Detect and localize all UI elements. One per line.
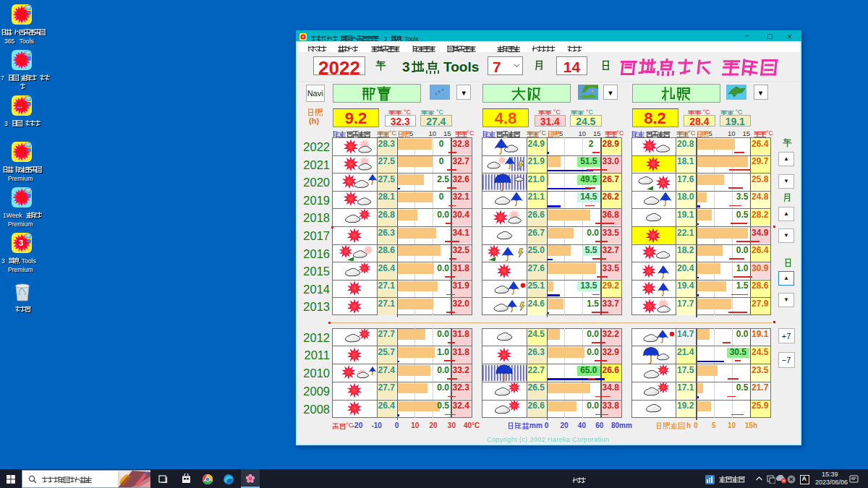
svg-text:365: 365 xyxy=(4,37,15,44)
svg-text:Tools: Tools xyxy=(19,37,33,44)
svg-text:...: ... xyxy=(17,103,22,109)
svg-text:3: 3 xyxy=(1,257,5,265)
svg-text:Premium: Premium xyxy=(8,220,33,227)
svg-text:Premium: Premium xyxy=(8,174,33,181)
svg-text:7: 7 xyxy=(1,74,4,82)
svg-text:3: 3 xyxy=(19,239,23,247)
svg-text:Premium: Premium xyxy=(8,265,33,273)
svg-text:3: 3 xyxy=(4,120,8,127)
